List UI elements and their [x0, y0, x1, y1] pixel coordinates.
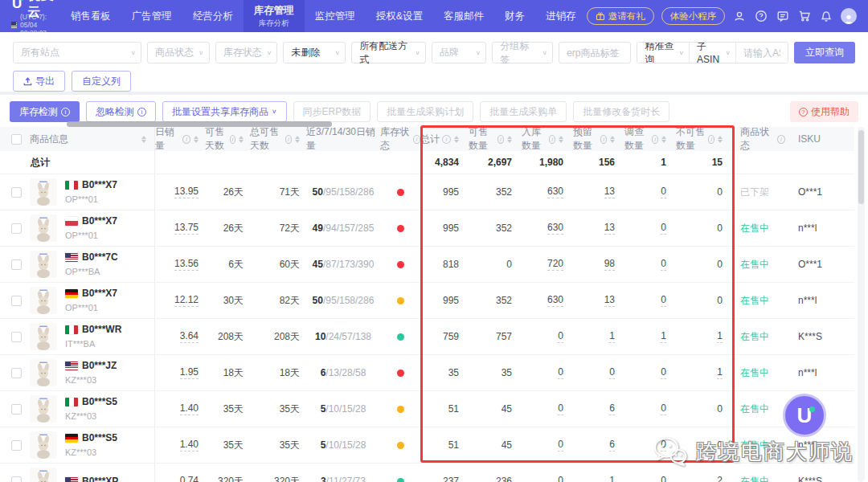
menu-item-sales-dashboard[interactable]: 销售看板 — [60, 0, 121, 32]
product-image[interactable] — [30, 323, 57, 350]
inbound-qty-value[interactable]: 630 — [547, 294, 563, 307]
menu-item-customer-email[interactable]: 客服邮件 — [433, 0, 494, 32]
daily-sales-value[interactable]: 13.75 — [174, 222, 199, 235]
erp-tag-input[interactable] — [559, 42, 631, 63]
researching-qty-value[interactable]: 0 — [661, 294, 666, 307]
row-checkbox[interactable] — [11, 259, 22, 270]
product-image[interactable] — [30, 468, 57, 482]
vertical-scrollbar[interactable] — [858, 127, 865, 482]
sort-icon[interactable] — [661, 136, 666, 143]
ignore-check-button[interactable]: 忽略检测i — [86, 101, 156, 122]
product-asin[interactable]: B0***X7 — [82, 286, 117, 300]
menu-item-business-analysis[interactable]: 经营分析 — [182, 0, 244, 32]
researching-qty-value[interactable]: 0 — [661, 366, 666, 379]
researching-qty-value[interactable]: 0 — [661, 439, 666, 451]
daily-sales-value[interactable]: 0.74 — [180, 475, 199, 482]
sort-icon[interactable] — [454, 136, 459, 143]
daily-sales-value[interactable]: 12.12 — [174, 294, 199, 307]
batch-purchase-plan-button[interactable]: 批量生成采购计划 — [377, 101, 473, 122]
export-button[interactable]: 导出 — [13, 71, 65, 92]
daily-sales-value[interactable]: 1.95 — [180, 366, 199, 379]
product-image[interactable] — [30, 395, 57, 423]
sort-icon[interactable] — [141, 136, 146, 143]
product-status-select[interactable]: 商品状态 — [147, 42, 210, 63]
product-asin[interactable]: B0***JZ — [82, 358, 117, 373]
inbound-qty-value[interactable]: 0 — [558, 402, 563, 415]
inventory-check-button[interactable]: 库存检测i — [10, 101, 80, 122]
inbound-qty-value[interactable]: 630 — [547, 186, 563, 198]
message-icon[interactable] — [776, 9, 790, 23]
researching-qty-value[interactable]: 0 — [661, 186, 666, 198]
row-checkbox[interactable] — [11, 440, 22, 451]
avatar-icon[interactable] — [841, 8, 857, 24]
select-all-checkbox[interactable] — [11, 134, 22, 145]
batch-shared-stock-button[interactable]: 批量设置共享库存商品∨ — [162, 101, 287, 122]
product-image[interactable] — [30, 178, 57, 206]
help-icon[interactable] — [754, 9, 768, 23]
invite-reward-button[interactable]: 邀请有礼 — [587, 7, 654, 25]
reserved-qty-value[interactable]: 13 — [604, 186, 615, 198]
daily-sales-value[interactable]: 13.56 — [174, 258, 199, 271]
site-select[interactable]: 所有站点 — [13, 42, 141, 63]
help-button[interactable]: ?使用帮助 — [790, 101, 858, 122]
menu-item-ad-management[interactable]: 广告管理 — [121, 0, 182, 32]
sort-icon[interactable] — [239, 136, 244, 143]
sync-erp-button[interactable]: 同步ERP数据 — [293, 101, 371, 122]
product-image[interactable] — [30, 214, 57, 242]
batch-purchase-order-button[interactable]: 批量生成采购单 — [480, 101, 567, 122]
asin-type-select[interactable]: 子 ASIN — [690, 43, 736, 63]
mini-program-button[interactable]: 体验小程序 — [661, 7, 726, 25]
inbound-qty-value[interactable]: 630 — [547, 222, 563, 235]
row-checkbox[interactable] — [11, 404, 22, 415]
product-asin[interactable]: B0***S5 — [82, 431, 117, 445]
menu-item-monitoring[interactable]: 监控管理 — [305, 0, 366, 32]
researching-qty-value[interactable]: 0 — [661, 402, 666, 415]
brand-select[interactable]: 品牌 — [432, 42, 486, 63]
daily-sales-value[interactable]: 3.64 — [180, 330, 199, 343]
menu-item-finance[interactable]: 财务 — [494, 0, 535, 32]
customize-columns-button[interactable]: 自定义列 — [72, 71, 131, 92]
researching-qty-value[interactable]: 0 — [661, 222, 666, 235]
inbound-qty-value[interactable]: 720 — [547, 258, 563, 271]
product-asin[interactable]: B0***S5 — [82, 394, 117, 409]
menu-item-auth-settings[interactable]: 授权&设置 — [366, 0, 433, 32]
reserved-qty-value[interactable]: 6 — [609, 402, 615, 415]
inbound-qty-value[interactable]: 0 — [558, 366, 563, 379]
inbound-qty-value[interactable]: 0 — [558, 439, 563, 451]
reserved-qty-value[interactable]: 13 — [604, 294, 615, 307]
row-checkbox[interactable] — [11, 476, 22, 482]
product-image[interactable] — [30, 359, 57, 386]
inbound-qty-value[interactable]: 0 — [558, 475, 563, 482]
inbound-qty-value[interactable]: 0 — [558, 330, 563, 343]
product-asin[interactable]: B0***X7 — [82, 214, 117, 228]
daily-sales-value[interactable]: 1.40 — [180, 402, 199, 415]
daily-sales-value[interactable]: 13.95 — [174, 186, 199, 198]
sort-icon[interactable] — [507, 136, 512, 143]
cart-icon[interactable] — [797, 9, 812, 23]
sort-icon[interactable] — [718, 136, 723, 143]
researching-qty-value[interactable]: 0 — [661, 258, 666, 271]
sort-icon[interactable] — [610, 136, 615, 143]
sort-icon[interactable] — [194, 136, 199, 143]
search-button[interactable]: 立即查询 — [794, 42, 855, 63]
asin-input[interactable] — [736, 43, 788, 63]
product-image[interactable] — [30, 251, 57, 278]
stock-status-select[interactable]: 库存状态 — [215, 42, 278, 63]
daily-sales-value[interactable]: 1.40 — [180, 439, 199, 451]
row-checkbox[interactable] — [11, 332, 22, 342]
product-asin[interactable]: B0***WR — [82, 322, 121, 337]
delivery-select[interactable]: 所有配送方式 — [351, 42, 426, 63]
reserved-qty-value[interactable]: 0 — [609, 366, 615, 379]
product-image[interactable] — [30, 431, 57, 459]
reserved-qty-value[interactable]: 6 — [609, 439, 615, 451]
product-image[interactable] — [30, 287, 57, 314]
precise-query-select[interactable]: 精准查询 — [637, 43, 690, 63]
sort-icon[interactable] — [559, 136, 563, 143]
sort-icon[interactable] — [295, 136, 300, 143]
row-checkbox[interactable] — [11, 368, 22, 378]
reserved-qty-value[interactable]: 13 — [604, 222, 615, 235]
menu-item-inventory-management[interactable]: 库存管理 库存分析 — [244, 0, 305, 32]
researching-qty-value[interactable]: 1 — [661, 330, 666, 343]
menu-item-purchase-sales-stock[interactable]: 进销存 — [535, 0, 587, 32]
group-tag-select[interactable]: 分组标签 — [492, 42, 553, 63]
